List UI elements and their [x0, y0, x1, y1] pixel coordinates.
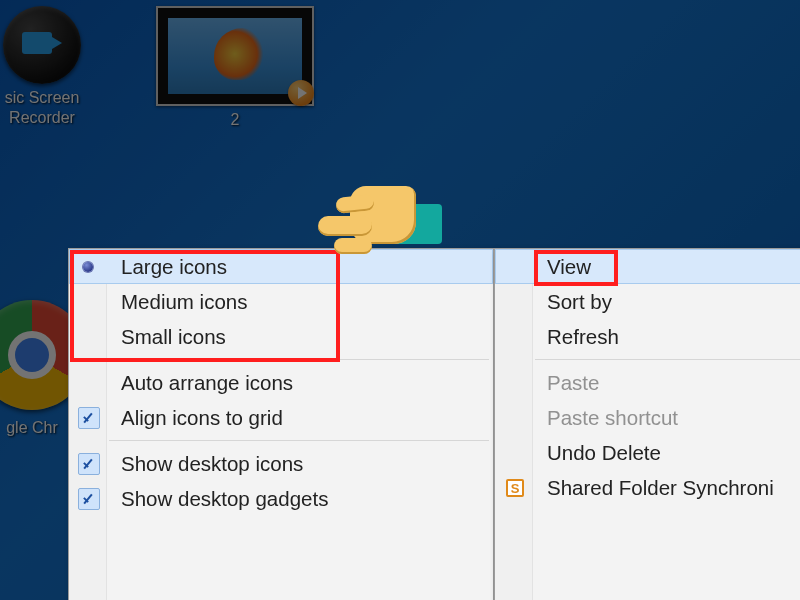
pointing-hand-icon: [388, 204, 442, 244]
shared-folder-s-icon: S: [506, 479, 524, 497]
menu-item-auto-arrange[interactable]: Auto arrange icons: [69, 365, 493, 400]
menu-item-label: Show desktop gadgets: [121, 487, 328, 510]
menu-item-label: Paste shortcut: [547, 406, 678, 429]
menu-item-refresh[interactable]: Refresh: [495, 319, 800, 354]
menu-item-medium-icons[interactable]: Medium icons: [69, 284, 493, 319]
menu-item-label: Medium icons: [121, 290, 247, 313]
menu-separator: [109, 359, 489, 360]
menu-item-label: Show desktop icons: [121, 452, 303, 475]
menu-item-label: Align icons to grid: [121, 406, 283, 429]
menu-item-sort-by[interactable]: Sort by: [495, 284, 800, 319]
menu-item-align-to-grid[interactable]: Align icons to grid: [69, 400, 493, 435]
menu-item-view[interactable]: View: [495, 249, 800, 284]
menu-item-show-gadgets[interactable]: Show desktop gadgets: [69, 481, 493, 516]
checkmark-icon: [78, 453, 100, 475]
menu-separator: [109, 440, 489, 441]
checkmark-icon: [78, 488, 100, 510]
menu-item-label: Undo Delete: [547, 441, 661, 464]
menu-item-large-icons[interactable]: Large icons: [69, 249, 493, 284]
menu-item-label: Auto arrange icons: [121, 371, 293, 394]
menu-item-label: View: [547, 255, 591, 278]
desktop[interactable]: sic Screen Recorder 2 gle Chr Large icon…: [0, 0, 800, 600]
menu-item-label: Small icons: [121, 325, 226, 348]
menu-item-paste: Paste: [495, 365, 800, 400]
menu-item-undo-delete[interactable]: Undo Delete: [495, 435, 800, 470]
menu-item-label: Shared Folder Synchroni: [547, 476, 774, 499]
menu-item-shared-folder-sync[interactable]: S Shared Folder Synchroni: [495, 470, 800, 505]
menu-item-small-icons[interactable]: Small icons: [69, 319, 493, 354]
menu-item-label: Sort by: [547, 290, 612, 313]
checkmark-icon: [78, 407, 100, 429]
menu-item-show-desktop-icons[interactable]: Show desktop icons: [69, 446, 493, 481]
menu-item-paste-shortcut: Paste shortcut: [495, 400, 800, 435]
view-submenu: Large icons Medium icons Small icons Aut…: [68, 248, 494, 600]
radio-selected-icon: [83, 262, 93, 272]
menu-item-label: Paste: [547, 371, 599, 394]
menu-separator: [535, 359, 800, 360]
desktop-context-menu: View Sort by Refresh Paste Paste shortcu…: [494, 248, 800, 600]
menu-item-label: Large icons: [121, 255, 227, 278]
menu-item-label: Refresh: [547, 325, 619, 348]
